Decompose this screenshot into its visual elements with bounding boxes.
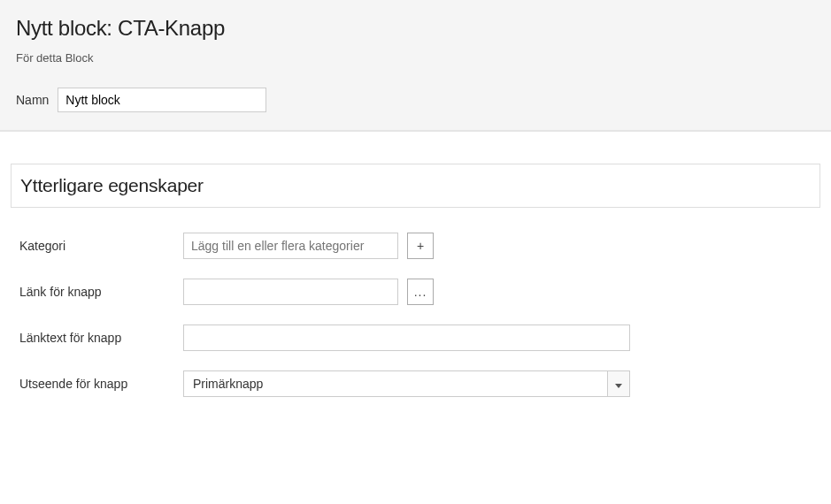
page-subtitle: För detta Block bbox=[16, 51, 815, 65]
utseende-dropdown-toggle[interactable] bbox=[607, 370, 630, 397]
linktext-input[interactable] bbox=[183, 325, 630, 351]
linktext-label: Länktext för knapp bbox=[19, 331, 183, 345]
form-area: Kategori + Länk för knapp ... Länktext f… bbox=[11, 208, 820, 397]
add-category-button[interactable]: + bbox=[407, 233, 434, 259]
row-link: Länk för knapp ... bbox=[19, 279, 812, 305]
section-title: Ytterligare egenskaper bbox=[11, 164, 820, 208]
row-kategori: Kategori + bbox=[19, 233, 812, 259]
name-row: Namn bbox=[16, 88, 815, 112]
link-input[interactable] bbox=[183, 279, 398, 305]
name-input[interactable] bbox=[58, 88, 266, 112]
browse-link-button[interactable]: ... bbox=[407, 279, 434, 305]
utseende-label: Utseende för knapp bbox=[19, 377, 183, 391]
utseende-dropdown[interactable]: Primärknapp bbox=[183, 370, 630, 397]
link-label: Länk för knapp bbox=[19, 285, 183, 299]
main: Ytterligare egenskaper Kategori + Länk f… bbox=[0, 132, 831, 397]
kategori-label: Kategori bbox=[19, 239, 183, 253]
kategori-input[interactable] bbox=[183, 233, 398, 259]
name-label: Namn bbox=[16, 93, 49, 107]
header: Nytt block: CTA-Knapp För detta Block Na… bbox=[0, 0, 831, 132]
row-linktext: Länktext för knapp bbox=[19, 325, 812, 351]
page-title: Nytt block: CTA-Knapp bbox=[16, 16, 815, 41]
utseende-selected: Primärknapp bbox=[183, 370, 607, 397]
row-utseende: Utseende för knapp Primärknapp bbox=[19, 370, 812, 397]
chevron-down-icon bbox=[615, 377, 622, 391]
